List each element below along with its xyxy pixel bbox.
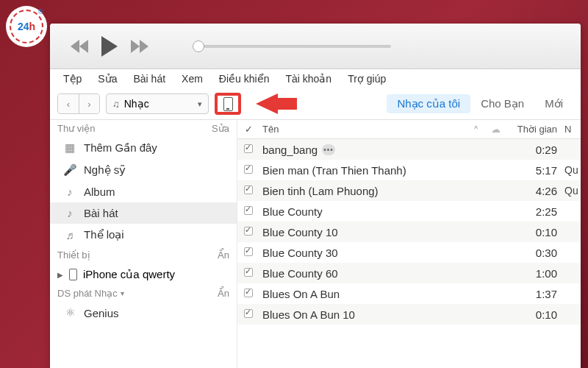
row-checkbox[interactable] <box>237 268 259 279</box>
itunes-window: Tệp Sửa Bài hát Xem Điều khiển Tài khoản… <box>50 24 581 368</box>
tab-new[interactable]: Mới <box>534 94 573 113</box>
playlists-hide[interactable]: Ẩn <box>218 288 229 299</box>
row-checkbox[interactable] <box>237 227 259 238</box>
menu-controls[interactable]: Điều khiển <box>212 71 277 86</box>
row-checkbox[interactable] <box>237 206 259 217</box>
table-row[interactable]: Blues On A Bun 100:10 <box>237 304 581 325</box>
table-row[interactable]: Bien tinh (Lam Phuong)4:26Qu <box>237 180 581 201</box>
sidebar-item-recent[interactable]: ▦Thêm Gần đây <box>50 137 237 159</box>
logo-reg: ® <box>38 8 43 15</box>
sidebar-item-genres[interactable]: ♬Thể loại <box>50 224 237 246</box>
genius-icon: ⚛ <box>63 306 76 319</box>
sidebar-label: Bài hát <box>84 207 118 219</box>
sidebar-label: Thể loại <box>84 228 124 241</box>
library-edit[interactable]: Sửa <box>212 123 229 134</box>
grid-icon: ▦ <box>63 141 76 155</box>
sidebar-item-genius[interactable]: ⚛Genius <box>50 302 237 324</box>
menu-file[interactable]: Tệp <box>56 71 89 86</box>
row-extra: Qu <box>564 185 581 197</box>
table-row[interactable]: Bien man (Tran Thien Thanh)5:17Qu <box>237 160 581 180</box>
col-name[interactable]: Tên^ <box>259 124 484 135</box>
row-name: Blue County 10 <box>259 226 484 238</box>
more-icon[interactable]: ••• <box>322 144 335 155</box>
row-checkbox[interactable] <box>237 247 259 258</box>
chevron-updown-icon: ▾ <box>198 99 202 109</box>
music-note-icon: ♫ <box>112 99 120 110</box>
chevron-down-icon[interactable]: ▾ <box>121 289 124 297</box>
table-row[interactable]: Blue County 601:00 <box>237 263 581 283</box>
row-extra: Qu <box>564 164 581 176</box>
sort-asc-icon: ^ <box>474 125 478 133</box>
forward-button[interactable]: › <box>79 94 99 113</box>
phone-small-icon <box>69 269 77 280</box>
song-list: ✓ Tên^ ☁ Thời gian N bang_bang•••0:29Bie… <box>237 120 581 368</box>
row-time: 2:25 <box>507 205 564 218</box>
sidebar-device[interactable]: ▶ iPhone của qwerty <box>50 264 237 285</box>
row-checkbox[interactable] <box>237 289 259 300</box>
table-row[interactable]: Blue County 100:10 <box>237 222 581 242</box>
playlists-header: DS phát Nhạc <box>57 288 118 299</box>
logo-24h: 24h ® <box>6 6 47 47</box>
row-time: 0:30 <box>507 247 564 259</box>
sidebar-item-songs[interactable]: ♪Bài hát <box>50 202 237 224</box>
device-button[interactable] <box>215 93 241 115</box>
genre-icon: ♬ <box>63 229 76 241</box>
play-button[interactable] <box>101 36 118 57</box>
row-checkbox[interactable] <box>237 309 259 320</box>
devices-hide[interactable]: Ẩn <box>218 250 229 261</box>
table-row[interactable]: Blue County2:25 <box>237 201 581 222</box>
row-time: 0:29 <box>507 144 564 156</box>
album-icon: ♪ <box>63 185 76 198</box>
tab-my-music[interactable]: Nhạc của tôi <box>387 94 470 113</box>
row-name: Blue County <box>259 205 484 218</box>
previous-button[interactable] <box>71 40 88 53</box>
row-time: 5:17 <box>507 164 564 177</box>
row-checkbox[interactable] <box>237 144 259 155</box>
table-row[interactable]: bang_bang•••0:29 <box>237 139 581 160</box>
menu-account[interactable]: Tài khoản <box>278 71 339 86</box>
row-name: Bien man (Tran Thien Thanh) <box>259 164 484 177</box>
back-button[interactable]: ‹ <box>58 94 79 113</box>
logo-h: h <box>29 21 36 32</box>
col-time[interactable]: Thời gian <box>507 124 564 135</box>
slider-knob[interactable] <box>193 40 204 52</box>
library-header: Thư viện <box>57 123 95 134</box>
row-name: bang_bang••• <box>259 144 484 156</box>
row-name: Bien tinh (Lam Phuong) <box>259 185 484 197</box>
row-time: 0:10 <box>507 226 564 238</box>
row-time: 0:10 <box>507 308 564 321</box>
col-extra[interactable]: N <box>564 124 581 135</box>
menu-edit[interactable]: Sửa <box>90 71 124 86</box>
menu-song[interactable]: Bài hát <box>126 71 173 86</box>
media-selector[interactable]: ♫ Nhạc ▾ <box>106 93 209 114</box>
sidebar-label: Nghệ sỹ <box>84 163 126 177</box>
phone-icon <box>223 97 233 111</box>
logo-24: 24 <box>18 21 29 32</box>
row-name: Blue County 30 <box>259 247 484 259</box>
mic-icon: 🎤 <box>63 163 76 177</box>
next-button[interactable] <box>131 40 148 53</box>
table-row[interactable]: Blues On A Bun1:37 <box>237 283 581 304</box>
row-name: Blues On A Bun 10 <box>259 308 484 321</box>
table-row[interactable]: Blue County 300:30 <box>237 242 581 263</box>
sidebar-label: Genius <box>84 307 119 319</box>
row-checkbox[interactable] <box>237 165 259 176</box>
col-check[interactable]: ✓ <box>237 124 259 135</box>
list-header: ✓ Tên^ ☁ Thời gian N <box>237 120 581 139</box>
tab-for-you[interactable]: Cho Bạn <box>470 94 534 113</box>
sidebar-item-artists[interactable]: 🎤Nghệ sỹ <box>50 159 237 181</box>
row-time: 1:00 <box>507 267 564 280</box>
volume-slider[interactable] <box>193 45 391 48</box>
sidebar-label: Album <box>84 185 115 198</box>
sidebar-item-albums[interactable]: ♪Album <box>50 181 237 202</box>
col-cloud[interactable]: ☁ <box>484 124 507 135</box>
menu-bar: Tệp Sửa Bài hát Xem Điều khiển Tài khoản… <box>50 69 581 88</box>
row-time: 1:37 <box>507 288 564 300</box>
row-checkbox[interactable] <box>237 185 259 197</box>
menu-help[interactable]: Trợ giúp <box>340 71 393 86</box>
devices-header: Thiết bị <box>57 250 90 261</box>
sidebar-label: Thêm Gần đây <box>84 141 157 155</box>
annotation-arrow <box>256 93 278 114</box>
menu-view[interactable]: Xem <box>174 71 210 86</box>
note-icon: ♪ <box>63 207 76 219</box>
